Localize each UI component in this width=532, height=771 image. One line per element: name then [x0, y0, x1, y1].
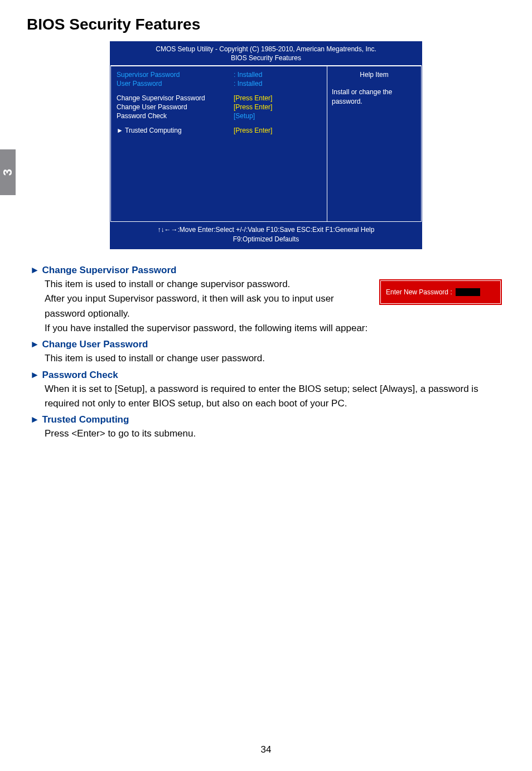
password-check-value: [Setup]	[234, 112, 321, 120]
section-password-check-title: ► Password Check	[30, 370, 502, 381]
user-password-label: User Password	[117, 80, 234, 88]
supervisor-password-value: : Installed	[234, 71, 321, 79]
bios-footer-line1: ↑↓←→:Move Enter:Select +/-/:Value F10:Sa…	[113, 225, 419, 235]
chapter-number: 3	[1, 169, 15, 176]
bios-title: CMOS Setup Utility - Copyright (C) 1985-…	[110, 42, 422, 65]
section-trusted-computing-title: ► Trusted Computing	[30, 414, 502, 425]
change-supervisor-label: Change Supervisor Password	[117, 94, 234, 102]
enter-password-dialog: Enter New Password :	[379, 279, 502, 305]
enter-password-input[interactable]	[456, 288, 480, 296]
bios-title-line2: BIOS Security Features	[114, 54, 418, 62]
bios-window: CMOS Setup Utility - Copyright (C) 1985-…	[110, 41, 422, 249]
trusted-computing-label: ► Trusted Computing	[117, 127, 234, 134]
user-password-value: : Installed	[234, 80, 321, 88]
change-user-value: [Press Enter]	[234, 103, 321, 111]
bios-help-panel: Help Item Install or change the password…	[327, 66, 422, 222]
bios-footer: ↑↓←→:Move Enter:Select +/-/:Value F10:Sa…	[110, 222, 422, 249]
password-check-label: Password Check	[117, 112, 234, 120]
change-user-p1: This item is used to install or change u…	[45, 351, 502, 366]
supervisor-password-label: Supervisor Password	[117, 71, 234, 79]
trusted-computing-value: [Press Enter]	[234, 127, 321, 134]
chapter-side-tab: 3	[0, 149, 16, 195]
page-number: 34	[0, 744, 532, 755]
help-title: Help Item	[327, 66, 421, 83]
change-user-label: Change User Password	[117, 103, 234, 111]
help-text: Install or change the password.	[327, 83, 421, 221]
change-supervisor-p3: If you have installed the supervisor pas…	[45, 321, 369, 336]
section-change-user-title: ► Change User Password	[30, 339, 502, 350]
trusted-computing-p1: Press <Enter> to go to its submenu.	[45, 426, 502, 441]
page-title: BIOS Security Features	[27, 16, 505, 33]
section-change-supervisor-title: ► Change Supervisor Password	[30, 265, 502, 276]
bios-row-change-user[interactable]: Change User Password [Press Enter]	[117, 103, 321, 111]
bios-row-change-supervisor[interactable]: Change Supervisor Password [Press Enter]	[117, 94, 321, 102]
bios-footer-line2: F9:Optimized Defaults	[113, 235, 419, 244]
bios-title-line1: CMOS Setup Utility - Copyright (C) 1985-…	[114, 45, 418, 54]
bios-row-trusted-computing[interactable]: ► Trusted Computing [Press Enter]	[117, 127, 321, 134]
bios-main-panel: Supervisor Password : Installed User Pas…	[110, 66, 327, 222]
change-supervisor-p1: This item is used to install or change s…	[45, 277, 369, 292]
bios-row-supervisor[interactable]: Supervisor Password : Installed	[117, 71, 321, 79]
change-supervisor-value: [Press Enter]	[234, 94, 321, 102]
bios-row-user[interactable]: User Password : Installed	[117, 80, 321, 88]
change-supervisor-p2: After you input Supervisor password, it …	[45, 292, 369, 321]
enter-password-label: Enter New Password :	[386, 288, 452, 296]
bios-row-password-check[interactable]: Password Check [Setup]	[117, 112, 321, 120]
password-check-p1: When it is set to [Setup], a password is…	[45, 382, 502, 411]
